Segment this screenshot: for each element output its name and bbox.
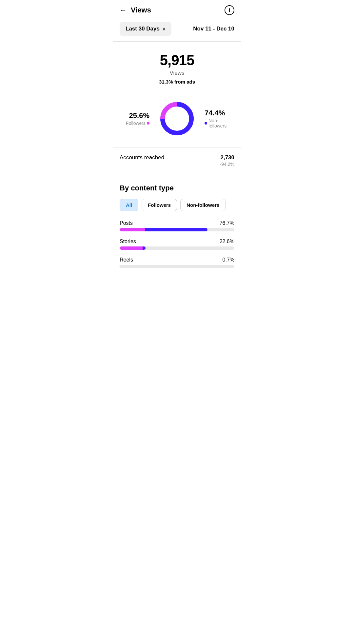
- stories-bar-purple: [143, 246, 146, 250]
- stories-bar-fill: [120, 246, 146, 250]
- accounts-change: -94.2%: [220, 162, 234, 167]
- tab-nonfollowers[interactable]: Non-followers: [180, 199, 226, 211]
- followers-stat: 25.6% Followers: [120, 111, 157, 126]
- content-type-heading: By content type: [120, 184, 234, 192]
- posts-bar-purple: [145, 228, 207, 231]
- date-filter-label: Last 30 Days: [126, 26, 160, 32]
- posts-percent: 76.7%: [220, 220, 234, 226]
- posts-bar-fill: [120, 228, 207, 231]
- header: ← Views i: [113, 0, 241, 19]
- followers-label-row: Followers: [120, 121, 149, 126]
- nonfollowers-stat: 74.4% Non-followers: [197, 109, 234, 128]
- followers-percent: 25.6%: [120, 111, 149, 120]
- donut-chart: [157, 99, 197, 138]
- reels-bar-track: [120, 265, 234, 268]
- nonfollowers-percent: 74.4%: [205, 109, 234, 117]
- filter-row: Last 30 Days ∨ Nov 11 - Dec 10: [113, 19, 241, 41]
- content-type-section: By content type All Followers Non-follow…: [113, 173, 241, 268]
- posts-bar-track: [120, 228, 234, 231]
- content-type-tabs: All Followers Non-followers: [120, 199, 234, 211]
- stories-bar-pink: [120, 246, 143, 250]
- views-count: 5,915: [120, 52, 234, 68]
- stories-label: Stories: [120, 239, 136, 244]
- posts-bar-pink: [120, 228, 145, 231]
- tab-followers[interactable]: Followers: [142, 199, 177, 211]
- nonfollowers-dot: [205, 122, 207, 125]
- stories-percent: 22.6%: [220, 239, 234, 244]
- posts-label: Posts: [120, 220, 133, 226]
- reels-percent: 0.7%: [223, 257, 234, 263]
- stats-section: 5,915 Views 31.3% from ads: [113, 42, 241, 92]
- accounts-reached-row: Accounts reached 2,730 -94.2%: [113, 147, 241, 173]
- date-range-display: Nov 11 - Dec 10: [193, 26, 234, 32]
- posts-label-row: Posts 76.7%: [120, 220, 234, 226]
- nonfollowers-label-row: Non-followers: [205, 118, 234, 128]
- reels-label: Reels: [120, 257, 133, 263]
- accounts-number: 2,730: [220, 154, 234, 161]
- date-filter-button[interactable]: Last 30 Days ∨: [120, 22, 171, 36]
- info-icon[interactable]: i: [225, 5, 234, 15]
- accounts-reached-label: Accounts reached: [120, 154, 164, 161]
- nonfollowers-text: Non-followers: [208, 118, 234, 128]
- reels-bar-item: Reels 0.7%: [120, 257, 234, 268]
- donut-section: 25.6% Followers 74.4% Non-followers: [113, 92, 241, 147]
- views-label: Views: [120, 70, 234, 76]
- tab-all[interactable]: All: [120, 199, 138, 211]
- reels-bar-fill: [120, 265, 120, 268]
- stories-bar-track: [120, 246, 234, 250]
- stories-label-row: Stories 22.6%: [120, 239, 234, 244]
- back-button[interactable]: ←: [120, 6, 127, 14]
- chevron-down-icon: ∨: [162, 26, 166, 31]
- page-title: Views: [131, 6, 151, 14]
- reels-bar-purple: [120, 265, 120, 268]
- reels-label-row: Reels 0.7%: [120, 257, 234, 263]
- followers-text: Followers: [126, 121, 146, 126]
- header-back: ← Views: [120, 6, 151, 14]
- posts-bar-item: Posts 76.7%: [120, 220, 234, 231]
- stories-bar-item: Stories 22.6%: [120, 239, 234, 250]
- accounts-reached-value: 2,730 -94.2%: [220, 154, 234, 167]
- followers-dot: [147, 122, 149, 125]
- ads-percentage: 31.3% from ads: [120, 79, 234, 85]
